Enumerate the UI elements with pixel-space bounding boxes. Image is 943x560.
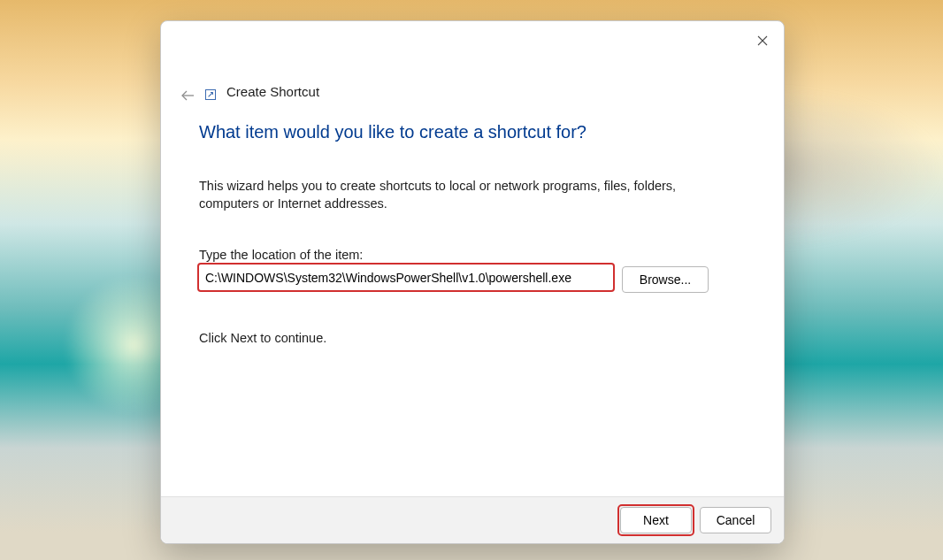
dialog-title: Create Shortcut [226,84,319,99]
browse-button[interactable]: Browse... [622,266,709,293]
continue-hint: Click Next to continue. [199,331,326,345]
next-button[interactable]: Next [620,507,692,533]
back-button[interactable] [179,87,196,104]
close-icon [757,35,768,46]
location-label: Type the location of the item: [199,248,363,262]
arrow-left-icon [180,89,195,102]
wizard-heading: What item would you like to create a sho… [199,122,586,142]
create-shortcut-dialog: Create Shortcut What item would you like… [160,20,785,544]
dialog-footer: Next Cancel [161,496,784,543]
close-button[interactable] [754,32,771,50]
shortcut-overlay-icon [205,89,216,100]
location-input[interactable] [203,267,610,288]
shortcut-arrow-icon [207,91,214,98]
cancel-button[interactable]: Cancel [700,507,771,533]
wizard-description: This wizard helps you to create shortcut… [199,177,708,213]
